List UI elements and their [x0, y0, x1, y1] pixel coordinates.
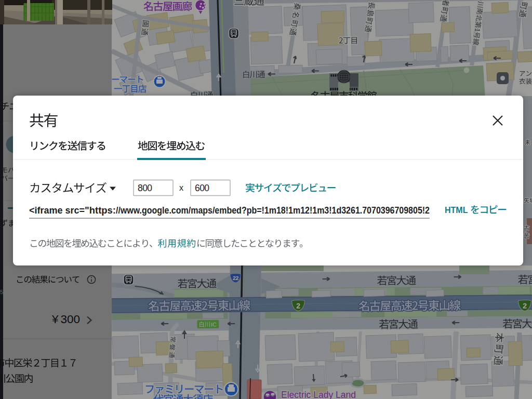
svg-text:<iframe src=: <iframe src=: [29, 205, 85, 216]
svg-text:x: x: [179, 183, 183, 192]
svg-text:"https:: "https:: [85, 205, 116, 216]
svg-text:800: 800: [138, 183, 152, 193]
svg-text:HTML: HTML: [445, 206, 468, 215]
svg-text:600: 600: [195, 183, 209, 193]
svg-text://www.google.com/maps/embed?pb: //www.google.com/maps/embed?pb=!1m18!1m1…: [116, 205, 430, 216]
